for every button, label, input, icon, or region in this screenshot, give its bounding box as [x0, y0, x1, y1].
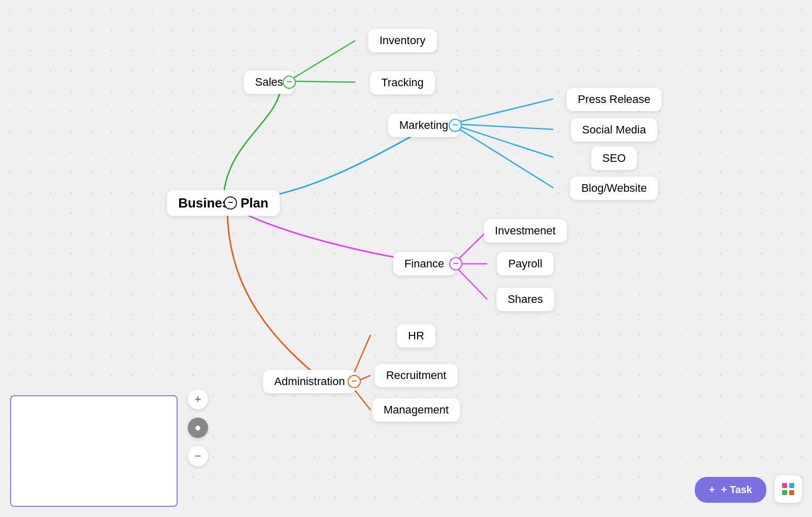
marketing-collapse[interactable] [449, 119, 462, 132]
svg-rect-60 [782, 490, 787, 495]
svg-line-1 [288, 81, 355, 82]
svg-line-4 [460, 127, 553, 157]
svg-rect-58 [782, 483, 787, 488]
minimap: BP Sales Inventory Tracking Marketing Pr… [10, 395, 178, 507]
svg-line-5 [460, 129, 553, 188]
dot-button[interactable]: ● [188, 418, 208, 438]
zoom-in-button[interactable]: + [188, 389, 208, 409]
social-media-node[interactable]: Social Media [571, 118, 657, 142]
shares-node[interactable]: Shares [496, 288, 554, 311]
toolbar: + ● − [188, 389, 208, 466]
finance-node[interactable]: Finance [393, 252, 455, 275]
sales-collapse[interactable] [283, 76, 296, 89]
hr-node[interactable]: HR [397, 324, 435, 348]
blog-website-node[interactable]: Blog/Website [570, 177, 658, 200]
grid-icon [781, 482, 795, 496]
administration-collapse[interactable] [348, 375, 361, 388]
root-node[interactable]: Business Plan [167, 190, 280, 216]
svg-line-6 [456, 231, 487, 261]
root-collapse[interactable] [224, 196, 237, 210]
tracking-node[interactable]: Tracking [370, 71, 435, 94]
svg-line-3 [460, 124, 553, 129]
investmenet-node[interactable]: Investmenet [484, 219, 567, 243]
administration-node[interactable]: Administration [263, 370, 356, 393]
press-release-node[interactable]: Press Release [566, 88, 661, 111]
inventory-node[interactable]: Inventory [368, 29, 437, 52]
svg-line-8 [456, 267, 487, 299]
zoom-out-button[interactable]: − [188, 446, 208, 466]
task-plus-icon: + [709, 484, 715, 496]
recruitment-node[interactable]: Recruitment [375, 364, 458, 387]
seo-node[interactable]: SEO [591, 147, 637, 170]
add-task-button[interactable]: + + Task [695, 477, 766, 503]
svg-rect-59 [789, 483, 794, 488]
svg-line-0 [288, 41, 355, 81]
finance-collapse[interactable] [449, 257, 462, 270]
management-node[interactable]: Management [373, 398, 460, 422]
svg-rect-61 [789, 490, 794, 495]
svg-line-2 [460, 99, 553, 122]
grid-view-button[interactable] [774, 475, 802, 503]
payroll-node[interactable]: Payroll [497, 252, 553, 275]
